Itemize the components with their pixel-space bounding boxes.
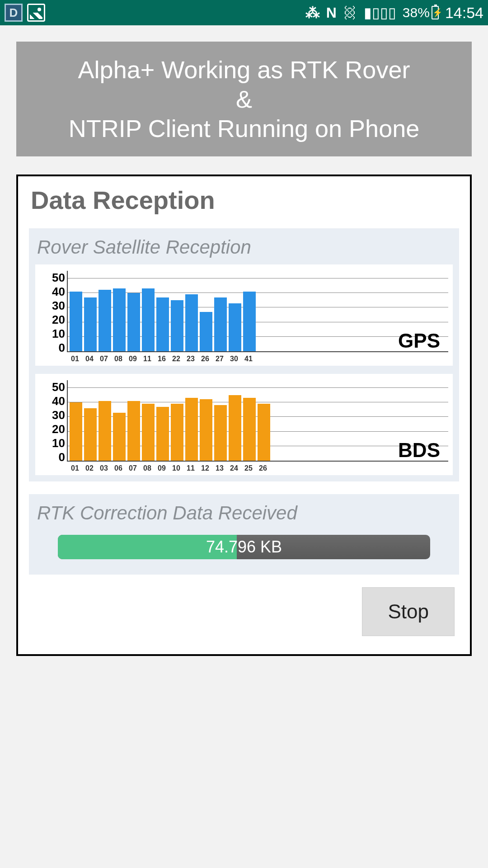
- bar: [127, 293, 140, 351]
- bar: [142, 288, 155, 351]
- battery-indicator: 38%: [403, 5, 439, 20]
- bar: [156, 407, 169, 461]
- y-tick: 30: [52, 299, 65, 313]
- data-reception-panel: Data Reception Rover Satellite Reception…: [16, 175, 472, 656]
- y-tick: 30: [52, 408, 65, 422]
- x-tick: 03: [98, 464, 110, 472]
- x-tick: 07: [127, 464, 139, 472]
- bar: [258, 404, 270, 461]
- x-tick: 07: [98, 355, 110, 363]
- bar: [127, 401, 140, 461]
- x-tick: 26: [257, 464, 269, 472]
- satellite-section-title: Rover Satellite Reception: [35, 236, 453, 258]
- y-tick: 40: [52, 394, 65, 408]
- bar: [229, 303, 241, 352]
- x-tick: 10: [170, 464, 183, 472]
- x-tick: 06: [112, 464, 125, 472]
- x-tick: 08: [112, 355, 125, 363]
- x-tick: 25: [242, 464, 255, 472]
- title-line-1: Alpha+ Working as RTK Rover: [25, 55, 463, 85]
- bar: [243, 398, 256, 461]
- bar: [243, 292, 256, 352]
- x-tick: 09: [127, 355, 139, 363]
- x-tick: 23: [184, 355, 197, 363]
- x-tick: 01: [69, 464, 81, 472]
- status-bar: D ⁂ N ᯼ ▮▯▯▯ 38% 14:54: [0, 0, 488, 25]
- x-tick: 41: [242, 355, 255, 363]
- y-tick: 10: [52, 327, 65, 341]
- x-tick: 11: [141, 355, 154, 363]
- y-tick: 10: [52, 436, 65, 450]
- x-tick: 09: [155, 464, 168, 472]
- network-n-icon: N: [326, 5, 337, 21]
- title-card: Alpha+ Working as RTK Rover & NTRIP Clie…: [16, 42, 472, 156]
- bds-chart: 50403020100 0102030607080910111213242526…: [35, 374, 453, 475]
- stop-button[interactable]: Stop: [362, 587, 455, 636]
- x-tick: 08: [141, 464, 154, 472]
- x-tick: 26: [199, 355, 211, 363]
- y-tick: 0: [59, 450, 65, 464]
- y-tick: 0: [59, 341, 65, 355]
- x-tick: 11: [184, 464, 197, 472]
- cell-signal-icon: ▮▯▯▯: [364, 4, 396, 21]
- bar: [229, 395, 241, 461]
- bar: [156, 297, 169, 352]
- x-tick: 16: [155, 355, 168, 363]
- title-line-3: NTRIP Client Running on Phone: [25, 114, 463, 143]
- x-tick: 01: [69, 355, 81, 363]
- bluetooth-icon: ⁂: [305, 4, 320, 21]
- y-tick: 40: [52, 285, 65, 299]
- bar: [70, 292, 82, 352]
- bar: [200, 399, 212, 461]
- x-tick: 24: [228, 464, 240, 472]
- bar: [171, 300, 183, 351]
- wifi-icon: ᯼: [343, 5, 357, 21]
- satellite-reception-card: Rover Satellite Reception 50403020100 01…: [29, 228, 459, 481]
- y-tick: 20: [52, 313, 65, 327]
- battery-percent: 38%: [403, 5, 430, 20]
- bar: [200, 312, 212, 351]
- rtk-section-title: RTK Correction Data Received: [35, 502, 453, 524]
- bar: [84, 408, 97, 461]
- rtk-correction-card: RTK Correction Data Received 74.796 KB: [29, 494, 459, 575]
- x-tick: 22: [170, 355, 183, 363]
- battery-icon: [432, 6, 439, 19]
- clock: 14:54: [445, 4, 483, 22]
- bar: [185, 294, 198, 351]
- panel-title: Data Reception: [31, 185, 459, 215]
- bar: [214, 297, 227, 352]
- x-tick: 02: [83, 464, 96, 472]
- x-tick: 13: [213, 464, 226, 472]
- rtk-progress-bar: 74.796 KB: [58, 535, 430, 559]
- rtk-progress-value: 74.796 KB: [206, 538, 282, 557]
- y-tick: 50: [52, 271, 65, 285]
- bds-series-label: BDS: [398, 439, 440, 462]
- x-tick: 12: [199, 464, 211, 472]
- bar: [185, 398, 198, 461]
- bar: [142, 404, 155, 461]
- app-d-icon: D: [5, 4, 23, 22]
- bar: [113, 413, 126, 461]
- title-line-2: &: [25, 85, 463, 114]
- y-tick: 20: [52, 422, 65, 436]
- y-tick: 50: [52, 380, 65, 394]
- x-tick: 30: [228, 355, 240, 363]
- bar: [113, 288, 126, 351]
- bar: [99, 401, 111, 461]
- gallery-icon: [27, 4, 45, 22]
- x-tick: 04: [83, 355, 96, 363]
- bar: [171, 404, 183, 461]
- gps-series-label: GPS: [398, 330, 440, 352]
- bar: [70, 402, 82, 461]
- gps-chart: 50403020100 01040708091116222326273041 G…: [35, 264, 453, 366]
- bar: [99, 290, 111, 351]
- x-tick: 27: [213, 355, 226, 363]
- bar: [214, 405, 227, 461]
- bar: [84, 297, 97, 352]
